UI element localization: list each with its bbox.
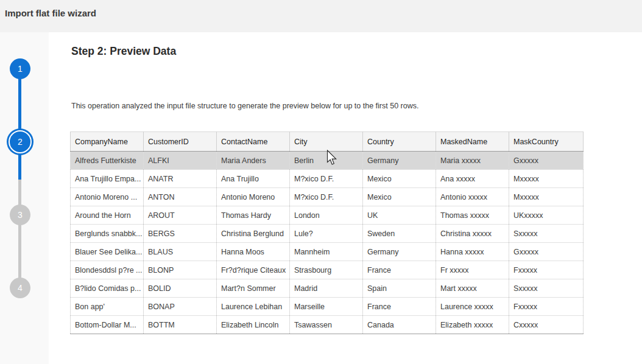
table-cell[interactable]: Fxxxxx	[509, 261, 584, 279]
table-cell[interactable]: ANATR	[144, 170, 217, 188]
table-cell[interactable]: Fr?d?rique Citeaux	[217, 261, 290, 279]
table-cell[interactable]: BLONP	[144, 261, 217, 279]
table-cell[interactable]: Mart?n Sommer	[217, 279, 290, 298]
table-cell[interactable]: Mexico	[363, 170, 436, 188]
table-cell[interactable]: Mart xxxxx	[436, 279, 509, 298]
table-cell[interactable]: Strasbourg	[290, 261, 363, 279]
table-cell[interactable]: Lule?	[290, 225, 363, 243]
table-cell[interactable]: Sxxxxx	[509, 225, 584, 243]
table-cell[interactable]: Maria xxxxx	[436, 152, 509, 170]
column-header[interactable]: ContactName	[217, 132, 290, 152]
column-header[interactable]: City	[290, 132, 363, 152]
table-cell[interactable]: Fr xxxxx	[436, 261, 509, 279]
table-row[interactable]: Berglunds snabbk...BERGSChristina Berglu…	[71, 225, 584, 243]
table-cell[interactable]: Elizabeth Lincoln	[217, 316, 290, 334]
table-cell[interactable]: Germany	[363, 243, 436, 261]
table-cell[interactable]: Bon app'	[71, 298, 144, 316]
table-cell[interactable]: Alfreds Futterkiste	[71, 152, 144, 170]
table-cell[interactable]: Sweden	[363, 225, 436, 243]
table-row[interactable]: Around the HornAROUTThomas HardyLondonUK…	[71, 206, 584, 225]
column-header[interactable]: CustomerID	[144, 132, 217, 152]
table-cell[interactable]: Hanna xxxxx	[436, 243, 509, 261]
table-cell[interactable]: Canada	[363, 316, 436, 334]
step-connector-1-2	[18, 78, 21, 129]
table-row[interactable]: Bottom-Dollar M...BOTTMElizabeth Lincoln…	[71, 316, 584, 334]
table-cell[interactable]: Christina Berglund	[217, 225, 290, 243]
table-cell[interactable]: Marseille	[290, 298, 363, 316]
table-cell[interactable]: UK	[363, 206, 436, 225]
table-cell[interactable]: M?xico D.F.	[290, 188, 363, 206]
table-cell[interactable]: Berglunds snabbk...	[71, 225, 144, 243]
table-cell[interactable]: Laurence xxxxx	[436, 298, 509, 316]
table-cell[interactable]: B?lido Comidas p...	[71, 279, 144, 298]
table-cell[interactable]: Mxxxxx	[509, 188, 584, 206]
table-cell[interactable]: France	[363, 298, 436, 316]
table-cell[interactable]: Cxxxxx	[509, 316, 584, 334]
table-cell[interactable]: Thomas xxxxx	[436, 206, 509, 225]
column-header[interactable]: Country	[363, 132, 436, 152]
step-connector-2-3-remaining	[18, 180, 21, 206]
table-cell[interactable]: BERGS	[144, 225, 217, 243]
table-cell[interactable]: Maria Anders	[217, 152, 290, 170]
table-cell[interactable]: Ana xxxxx	[436, 170, 509, 188]
step-indicator-2: 2	[9, 130, 32, 153]
table-row[interactable]: B?lido Comidas p...BOLIDMart?n SommerMad…	[71, 279, 584, 298]
main-content: Step 2: Preview Data This operation anal…	[49, 32, 642, 364]
table-cell[interactable]: Sxxxxx	[509, 279, 584, 298]
step-number: 3	[18, 210, 23, 220]
table-cell[interactable]: ALFKI	[144, 152, 217, 170]
table-cell[interactable]: Gxxxxx	[509, 243, 584, 261]
table-cell[interactable]: Hanna Moos	[217, 243, 290, 261]
column-header[interactable]: MaskedName	[436, 132, 509, 152]
mouse-cursor	[326, 150, 337, 168]
table-cell[interactable]: Antonio Moreno	[217, 188, 290, 206]
table-cell[interactable]: Around the Horn	[71, 206, 144, 225]
table-cell[interactable]: M?xico D.F.	[290, 170, 363, 188]
table-cell[interactable]: Blauer See Delika...	[71, 243, 144, 261]
table-cell[interactable]: Christina xxxxx	[436, 225, 509, 243]
table-cell[interactable]: Elizabeth xxxxx	[436, 316, 509, 334]
table-cell[interactable]: Mxxxxx	[509, 170, 584, 188]
table-cell[interactable]: Spain	[363, 279, 436, 298]
step-number: 1	[18, 64, 23, 74]
table-cell[interactable]: Ana Trujillo	[217, 170, 290, 188]
table-row[interactable]: Ana Trujillo Empa...ANATRAna TrujilloM?x…	[71, 170, 584, 188]
table-cell[interactable]: London	[290, 206, 363, 225]
table-cell[interactable]: France	[363, 261, 436, 279]
table-cell[interactable]: BOLID	[144, 279, 217, 298]
table-cell[interactable]: Thomas Hardy	[217, 206, 290, 225]
column-header[interactable]: CompanyName	[71, 132, 144, 152]
table-cell[interactable]: Madrid	[290, 279, 363, 298]
table-cell[interactable]: Tsawassen	[290, 316, 363, 334]
step-indicator-3: 3	[10, 205, 30, 225]
table-cell[interactable]: Ana Trujillo Empa...	[71, 170, 144, 188]
step-indicator-4: 4	[10, 278, 30, 298]
table-cell[interactable]: UKxxxxx	[509, 206, 584, 225]
table-cell[interactable]: Mannheim	[290, 243, 363, 261]
table-cell[interactable]: Germany	[363, 152, 436, 170]
table-cell[interactable]: AROUT	[144, 206, 217, 225]
step-number: 2	[18, 137, 23, 147]
step-indicator-1: 1	[10, 58, 30, 79]
table-row[interactable]: Antonio Moreno ...ANTONAntonio MorenoM?x…	[71, 188, 584, 206]
table-cell[interactable]: Antonio xxxxx	[436, 188, 509, 206]
table-cell[interactable]: Bottom-Dollar M...	[71, 316, 144, 334]
window-title: Import flat file wizard	[5, 8, 642, 18]
table-cell[interactable]: BLAUS	[144, 243, 217, 261]
step-description: This operation analyzed the input file s…	[71, 102, 418, 110]
table-cell[interactable]: Gxxxxx	[509, 152, 584, 170]
table-cell[interactable]: BOTTM	[144, 316, 217, 334]
table-row[interactable]: Blondesddsl p?re ...BLONPFr?d?rique Cite…	[71, 261, 584, 279]
table-cell[interactable]: Fxxxxx	[509, 298, 584, 316]
table-cell[interactable]: Laurence Lebihan	[217, 298, 290, 316]
table-cell[interactable]: Mexico	[363, 188, 436, 206]
table-row[interactable]: Blauer See Delika...BLAUSHanna MoosMannh…	[71, 243, 584, 261]
preview-table-body: Alfreds FutterkisteALFKIMaria AndersBerl…	[71, 152, 584, 334]
table-row[interactable]: Bon app'BONAPLaurence LebihanMarseilleFr…	[71, 298, 584, 316]
table-cell[interactable]: Blondesddsl p?re ...	[71, 261, 144, 279]
table-cell[interactable]: BONAP	[144, 298, 217, 316]
table-cell[interactable]: ANTON	[144, 188, 217, 206]
column-header[interactable]: MaskCountry	[509, 132, 584, 152]
step-heading: Step 2: Preview Data	[71, 45, 176, 58]
table-cell[interactable]: Antonio Moreno ...	[71, 188, 144, 206]
